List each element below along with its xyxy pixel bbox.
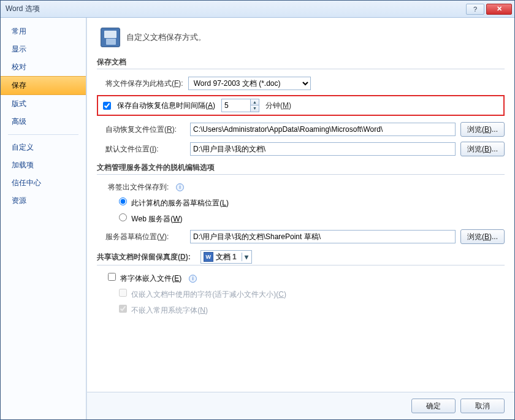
row-autorecover-path: 自动恢复文件位置(R): 浏览(B)... — [105, 122, 505, 137]
sidebar-separator — [8, 134, 78, 135]
row-save-format: 将文件保存为此格式(F): Word 97-2003 文档 (*.doc) — [105, 77, 505, 90]
fidelity-title-text: 共享该文档时保留保真度(D): — [97, 252, 191, 262]
embed-fonts-label[interactable]: 将字体嵌入文件(E) — [108, 273, 181, 284]
row-default-path: 默认文件位置(I): 浏览(B)... — [105, 142, 505, 156]
autorecover-checkbox-label[interactable]: 保存自动恢复信息时间间隔(A) — [103, 101, 215, 111]
embed-skip-common-label: 不嵌入常用系统字体(N) — [119, 305, 208, 316]
cancel-button[interactable]: 取消 — [460, 399, 505, 413]
content-area: 自定义文档保存方式。 保存文档 将文件保存为此格式(F): Word 97-20… — [86, 18, 514, 419]
autorecover-label-text: 保存自动恢复信息时间间隔(A) — [117, 101, 215, 111]
autorecover-path-label: 自动恢复文件位置(R): — [105, 124, 185, 135]
close-button[interactable]: ✕ — [486, 4, 512, 15]
sidebar: 常用 显示 校对 保存 版式 高级 自定义 加载项 信任中心 资源 — [1, 18, 86, 419]
radio-web-label[interactable]: Web 服务器(W) — [119, 213, 182, 224]
autorecover-browse-button[interactable]: 浏览(B)... — [460, 122, 505, 137]
embed-subset-checkbox — [119, 289, 127, 297]
ok-button[interactable]: 确定 — [411, 399, 456, 413]
autorecover-minutes-spinner[interactable]: ▲ ▼ — [221, 99, 259, 112]
save-format-label: 将文件保存为此格式(F): — [105, 78, 183, 89]
save-format-select[interactable]: Word 97-2003 文档 (*.doc) — [188, 77, 311, 90]
radio-web[interactable] — [119, 213, 127, 221]
row-radio-local: 此计算机的服务器草稿位置(L) — [119, 197, 505, 208]
sidebar-item-layout[interactable]: 版式 — [1, 95, 86, 113]
section-offline-title: 文档管理服务器文件的脱机编辑选项 — [97, 162, 505, 175]
sidebar-item-save[interactable]: 保存 — [1, 76, 86, 95]
autorecover-path-input[interactable] — [190, 123, 456, 136]
default-path-browse-button[interactable]: 浏览(B)... — [460, 142, 505, 156]
draft-location-label: 服务器草稿位置(V): — [105, 232, 185, 242]
section-save-docs-title: 保存文档 — [97, 57, 505, 69]
sidebar-item-proofing[interactable]: 校对 — [1, 58, 86, 76]
help-button[interactable]: ? — [466, 4, 484, 15]
sidebar-item-display[interactable]: 显示 — [1, 40, 86, 58]
sidebar-item-resources[interactable]: 资源 — [1, 192, 86, 210]
embed-subset-label: 仅嵌入文档中使用的字符(适于减小文件大小)(C) — [119, 289, 286, 300]
autorecover-checkbox[interactable] — [103, 102, 111, 110]
draft-location-browse-button[interactable]: 浏览(B)... — [460, 229, 505, 244]
spinner-down-icon[interactable]: ▼ — [250, 105, 259, 112]
spinner-up-icon[interactable]: ▲ — [250, 99, 259, 105]
titlebar: Word 选项 ? ✕ — [1, 1, 514, 18]
sidebar-item-advanced[interactable]: 高级 — [1, 113, 86, 131]
row-embed-subset: 仅嵌入文档中使用的字符(适于减小文件大小)(C) — [119, 289, 505, 300]
default-path-label: 默认文件位置(I): — [105, 144, 185, 155]
sidebar-item-addins[interactable]: 加载项 — [1, 156, 86, 174]
save-icon — [101, 28, 120, 47]
info-icon[interactable]: i — [176, 183, 184, 191]
section-fidelity-title: 共享该文档时保留保真度(D): 文档 1 ▾ — [97, 250, 505, 265]
chevron-down-icon[interactable]: ▾ — [242, 253, 251, 261]
dialog-title: Word 选项 — [6, 4, 466, 14]
row-draft-location: 服务器草稿位置(V): 浏览(B)... — [105, 229, 505, 244]
fidelity-doc-name: 文档 1 — [216, 252, 242, 262]
radio-local-label[interactable]: 此计算机的服务器草稿位置(L) — [119, 197, 229, 208]
row-checkout-saveto: 将签出文件保存到: i — [108, 182, 505, 193]
embed-fonts-checkbox[interactable] — [108, 273, 116, 281]
fidelity-document-select[interactable]: 文档 1 ▾ — [200, 250, 252, 264]
window-buttons: ? ✕ — [466, 4, 512, 15]
row-embed-skip-common: 不嵌入常用系统字体(N) — [119, 305, 505, 316]
sidebar-item-trust[interactable]: 信任中心 — [1, 174, 86, 192]
page-header: 自定义文档保存方式。 — [97, 28, 505, 47]
draft-location-input[interactable] — [190, 230, 456, 243]
word-doc-icon — [204, 252, 213, 262]
radio-local[interactable] — [119, 197, 127, 205]
info-icon[interactable]: i — [189, 275, 197, 283]
page-header-text: 自定义文档保存方式。 — [126, 32, 206, 43]
content-scroll[interactable]: 自定义文档保存方式。 保存文档 将文件保存为此格式(F): Word 97-20… — [87, 18, 514, 392]
word-options-dialog: Word 选项 ? ✕ 常用 显示 校对 保存 版式 高级 自定义 加载项 信任… — [0, 0, 515, 420]
sidebar-item-customize[interactable]: 自定义 — [1, 139, 86, 156]
dialog-body: 常用 显示 校对 保存 版式 高级 自定义 加载项 信任中心 资源 自定义文档保… — [1, 18, 514, 419]
row-radio-web: Web 服务器(W) — [119, 213, 505, 224]
autorecover-unit-label: 分钟(M) — [265, 101, 291, 111]
checkout-saveto-label: 将签出文件保存到: — [108, 182, 169, 193]
default-path-input[interactable] — [190, 142, 456, 156]
sidebar-item-general[interactable]: 常用 — [1, 23, 86, 40]
embed-skip-common-checkbox — [119, 305, 127, 313]
autorecover-highlight: 保存自动恢复信息时间间隔(A) ▲ ▼ 分钟(M) — [97, 95, 505, 116]
dialog-buttons: 确定 取消 — [87, 392, 514, 419]
autorecover-minutes-input[interactable] — [222, 99, 250, 112]
row-embed-fonts: 将字体嵌入文件(E) i — [108, 273, 505, 284]
